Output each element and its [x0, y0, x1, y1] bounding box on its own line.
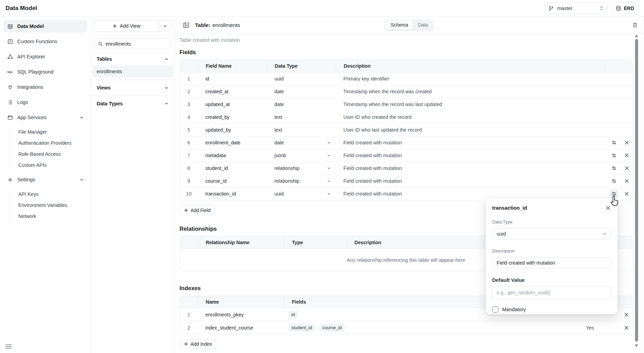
- section-tables[interactable]: Tables: [91, 53, 174, 66]
- section-data-types[interactable]: Data Types: [91, 96, 174, 111]
- close-icon[interactable]: [605, 205, 611, 211]
- field-settings-icon[interactable]: [609, 176, 618, 185]
- data-type-select[interactable]: uuid: [492, 228, 611, 239]
- header-cell-actions: [617, 296, 632, 308]
- field-settings-icon[interactable]: [609, 151, 618, 160]
- sidebar-item-logs[interactable]: Logs: [3, 96, 87, 108]
- field-type-dropdown[interactable]: relationship: [267, 178, 336, 184]
- sidebar-item-label: SQL Playground: [17, 69, 53, 75]
- vertical-scrollbar[interactable]: [635, 35, 638, 353]
- mandatory-checkbox[interactable]: [492, 306, 498, 313]
- chevron-down-icon: [327, 192, 336, 196]
- sidebar-item-environment-variables[interactable]: Environment Variables: [18, 200, 87, 211]
- delete-field-icon[interactable]: [622, 176, 631, 185]
- field-description: User ID who created the record: [336, 114, 605, 120]
- delete-field-icon[interactable]: [622, 189, 631, 198]
- add-field-label: Add Field: [191, 208, 211, 213]
- scrollbar-thumb[interactable]: [635, 39, 638, 342]
- delete-field-icon[interactable]: [622, 151, 631, 160]
- description-input[interactable]: [492, 257, 611, 268]
- header-cell-actions: [605, 60, 632, 72]
- add-field-button[interactable]: Add Field: [179, 206, 215, 215]
- table-item-enrollments[interactable]: enrollments: [92, 66, 173, 77]
- settings-sublist: API Keys Environment Variables Network: [10, 189, 87, 222]
- tab-schema[interactable]: Schema: [386, 21, 413, 30]
- collapse-panel-icon[interactable]: [183, 22, 189, 28]
- field-settings-popover: transaction_id Data Type uuid Descriptio…: [486, 198, 618, 314]
- sidebar-group-settings[interactable]: Settings: [3, 173, 87, 186]
- sidebar-item-label: Data Model: [17, 23, 44, 29]
- sidebar-item-role-based-access[interactable]: Role-Based Access: [18, 149, 87, 160]
- sidebar-item-file-manager[interactable]: File Manager: [18, 126, 87, 137]
- add-view-label: Add View: [120, 23, 140, 29]
- table-row: 5 updated_by text User ID who last updat…: [180, 123, 632, 136]
- section-label: Views: [97, 85, 111, 90]
- window-icon: [7, 115, 13, 121]
- sidebar-item-authentication-providers[interactable]: Authentication Providers: [18, 137, 87, 149]
- row-number: 5: [180, 127, 198, 133]
- function-icon: [7, 39, 13, 45]
- app-services-sublist: File Manager Authentication Providers Ro…: [10, 126, 87, 171]
- search-icon: [98, 41, 103, 46]
- field-description: Field created with mutation: [336, 140, 605, 145]
- field-name: course_id: [198, 178, 267, 184]
- chevron-down-icon: [327, 166, 336, 170]
- tab-data[interactable]: Data: [413, 21, 433, 30]
- delete-index-icon[interactable]: [622, 310, 631, 319]
- sidebar-item-api-keys[interactable]: API Keys: [18, 189, 87, 200]
- sidebar-item-integrations[interactable]: Integrations: [3, 81, 87, 93]
- chevron-down-icon: [603, 232, 607, 236]
- delete-index-icon[interactable]: [622, 323, 631, 332]
- delete-field-icon[interactable]: [622, 138, 631, 147]
- section-views[interactable]: Views: [91, 80, 174, 96]
- sidebar-group-label: App Services: [17, 115, 47, 120]
- add-view-button[interactable]: Add View: [94, 20, 159, 31]
- delete-field-icon[interactable]: [622, 164, 631, 173]
- index-unique: Yes: [578, 325, 617, 331]
- table-row: 3 updated_at date Timestamp when the rec…: [180, 98, 632, 111]
- chevron-down-icon: [327, 141, 336, 145]
- field-type: date: [267, 89, 336, 94]
- sidebar-item-sql-playground[interactable]: SQL SQL Playground: [3, 66, 87, 78]
- sql-icon: SQL: [7, 70, 13, 74]
- field-description: User ID who last updated the record: [336, 127, 605, 133]
- row-actions: [617, 323, 632, 332]
- plus-icon: [113, 24, 117, 28]
- field-type-dropdown[interactable]: date: [267, 140, 336, 145]
- sidebar-item-label: Integrations: [17, 84, 43, 90]
- table-subtitle: Table created with mutation: [179, 37, 633, 43]
- add-index-button[interactable]: Add Index: [179, 339, 216, 349]
- search-box: [94, 38, 172, 49]
- sidebar-item-custom-functions[interactable]: Custom Functions: [3, 35, 87, 48]
- table-row: 8 student_id relationship Field created …: [180, 162, 632, 174]
- sidebar-item-data-model[interactable]: Data Model: [3, 20, 87, 32]
- search-input[interactable]: [106, 41, 167, 47]
- add-view-split-button: Add View: [94, 20, 172, 32]
- hamburger-menu-icon[interactable]: [6, 344, 12, 349]
- branch-select[interactable]: master: [544, 2, 608, 14]
- field-type-dropdown[interactable]: relationship: [267, 165, 336, 171]
- sidebar-item-custom-apis[interactable]: Custom APIs: [18, 160, 87, 171]
- table-row: 2 created_at date Timestamp when the rec…: [180, 85, 632, 98]
- add-view-dropdown-button[interactable]: [159, 20, 171, 31]
- field-type: text: [267, 114, 336, 120]
- sidebar-item-label: API Explorer: [17, 54, 45, 59]
- sidebar-item-api-explorer[interactable]: API Explorer: [3, 50, 87, 63]
- field-settings-icon[interactable]: [609, 189, 618, 198]
- scroll-up-arrow[interactable]: [635, 35, 638, 37]
- field-type-dropdown[interactable]: uuid: [267, 191, 336, 197]
- field-settings-icon[interactable]: [609, 164, 618, 173]
- field-settings-icon[interactable]: [609, 138, 618, 147]
- sidebar-group-app-services[interactable]: App Services: [3, 111, 87, 124]
- sidebar-item-network[interactable]: Network: [18, 211, 87, 222]
- description-label: Description: [492, 248, 611, 254]
- scroll-down-arrow[interactable]: [635, 344, 638, 347]
- field-type-dropdown[interactable]: jsonb: [267, 153, 336, 158]
- field-name: enrollment_date: [198, 140, 267, 145]
- delete-table-icon[interactable]: [632, 22, 638, 28]
- chevron-down-icon: [327, 153, 336, 158]
- default-value-input[interactable]: [492, 286, 611, 299]
- index-fields: student_id course_id: [284, 324, 578, 332]
- gear-icon: [7, 177, 13, 183]
- erd-button[interactable]: ERD: [611, 2, 638, 14]
